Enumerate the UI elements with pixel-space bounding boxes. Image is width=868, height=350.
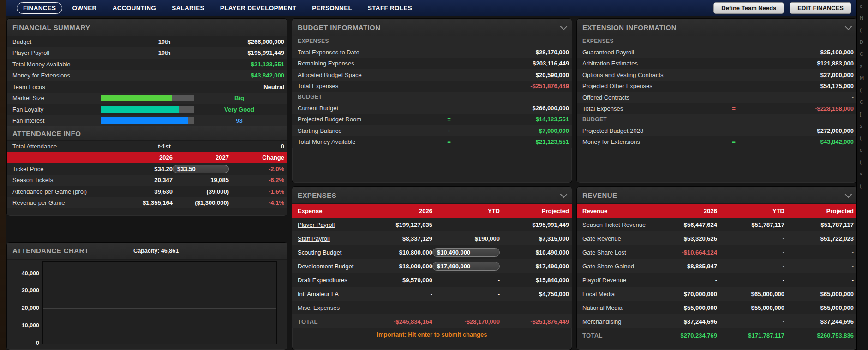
development-budget-input[interactable]: $17,490,000 bbox=[432, 262, 500, 271]
right-column: EXTENSION INFORMATION EXPENSESGuaranteed… bbox=[576, 18, 857, 350]
attendance-table-rows: Ticket Price$34.20$33.50-2.0%Season Tick… bbox=[7, 163, 287, 208]
row-value: 20,347 bbox=[118, 177, 173, 184]
define-team-needs-button[interactable]: Define Team Needs bbox=[713, 2, 784, 14]
table-row-playoff-revenue: Playoff Revenue--- bbox=[577, 273, 856, 287]
main-content: FINANCIAL SUMMARY Budget10th$266,000,000… bbox=[6, 18, 857, 350]
left-column: FINANCIAL SUMMARY Budget10th$266,000,000… bbox=[6, 18, 287, 350]
chevron-down-icon[interactable] bbox=[845, 190, 852, 198]
row-value: $25,100,000 bbox=[761, 49, 854, 56]
row-value: $10,490,000 bbox=[500, 249, 569, 256]
kv-row-remaining-expenses: Remaining Expenses$203,116,449 bbox=[292, 58, 572, 70]
row-value: $37,244,696 bbox=[648, 318, 717, 325]
row-value: -$245,834,164 bbox=[363, 318, 432, 325]
chevron-down-icon[interactable] bbox=[560, 23, 568, 30]
row-value: $21,123,551 bbox=[192, 61, 284, 68]
table-row-attendance-per-game-proj: Attendance per Game (proj)39,630(39,000)… bbox=[7, 186, 287, 197]
row-value: $203,116,449 bbox=[477, 60, 569, 67]
row-label-link[interactable]: Player Payroll bbox=[298, 221, 363, 228]
tab-player-development[interactable]: PLAYER DEVELOPMENT bbox=[214, 3, 302, 13]
row-value: $260,753,836 bbox=[784, 332, 854, 339]
row-value: -$28,170,000 bbox=[432, 318, 500, 325]
left-edge-strip bbox=[0, 0, 6, 350]
panel-title: ATTENDANCE CHART bbox=[12, 247, 89, 255]
nav-tabs: FINANCESOWNERACCOUNTINGSALARIESPLAYER DE… bbox=[17, 2, 418, 14]
kv-row-total-expenses: Total Expenses-$251,876,449 bbox=[292, 81, 572, 92]
row-label: Remaining Expenses bbox=[298, 60, 421, 67]
kv-row-fan-loyalty: Fan LoyaltyVery Good bbox=[7, 104, 287, 115]
cutoff-icon: ( bbox=[857, 24, 868, 36]
section-subheader-expenses: EXPENSES bbox=[292, 36, 572, 47]
cutoff-icon: x bbox=[857, 60, 868, 72]
scouting-budget-input[interactable]: $10,490,000 bbox=[432, 248, 500, 257]
budget-information-header: BUDGET INFORMATION bbox=[292, 19, 572, 36]
row-label: Fan Interest bbox=[12, 117, 101, 124]
bar-fill bbox=[101, 106, 179, 113]
ticket-price-input[interactable]: $33.50 bbox=[173, 165, 229, 173]
row-value: $195,991,449 bbox=[500, 221, 569, 228]
row-label: Player Payroll bbox=[12, 49, 137, 56]
tab-salaries[interactable]: SALARIES bbox=[166, 3, 210, 13]
row-value: - bbox=[717, 318, 784, 325]
row-mid: t-1st bbox=[137, 143, 192, 150]
table-row-national-media: National Media$55,000,000$55,000,000$55,… bbox=[577, 301, 856, 314]
row-label: National Media bbox=[582, 304, 648, 311]
table-row-total: TOTAL$270,234,769$171,787,117$260,753,83… bbox=[577, 328, 856, 342]
revenue-table-header: Revenue 2026 YTD Projected bbox=[577, 204, 856, 218]
chevron-down-icon[interactable] bbox=[845, 23, 852, 30]
row-label: Total Expenses to Date bbox=[298, 49, 421, 56]
row-label-link[interactable]: Staff Payroll bbox=[298, 235, 363, 242]
row-value: $55,000,000 bbox=[648, 304, 717, 311]
input-cell: $33.50 bbox=[173, 165, 229, 173]
row-label: Total Money Available bbox=[298, 138, 421, 145]
header-ytd: YTD bbox=[717, 208, 784, 214]
table-row-total: TOTAL-$245,834,164-$28,170,000-$251,876,… bbox=[292, 314, 572, 328]
tab-staff-roles[interactable]: STAFF ROLES bbox=[362, 3, 418, 13]
tab-personnel[interactable]: PERSONNEL bbox=[306, 3, 358, 13]
row-label: Projected Budget 2028 bbox=[582, 127, 706, 134]
tab-accounting[interactable]: ACCOUNTING bbox=[107, 3, 162, 13]
row-value: 93 bbox=[194, 117, 284, 124]
row-label: Arbitration Estimates bbox=[582, 60, 706, 67]
right-edge-cutoff-strip: eN(DCxM(C[s(o(<( bbox=[856, 0, 868, 350]
nav-actions: Define Team NeedsEDIT FINANCES bbox=[713, 2, 851, 14]
tab-finances[interactable]: FINANCES bbox=[17, 2, 62, 14]
kv-row-offered-contracts: Offered Contracts- bbox=[577, 92, 856, 103]
row-value: $21,123,551 bbox=[477, 138, 569, 145]
row-label: Money for Extensions bbox=[12, 72, 137, 79]
cutoff-icon: C bbox=[857, 96, 868, 108]
header-ytd: YTD bbox=[432, 208, 500, 214]
table-row-gate-share-lost: Gate Share Lost-$10,664,124-- bbox=[577, 245, 856, 259]
row-label-link[interactable]: Development Budget bbox=[298, 263, 363, 270]
attendance-chart-panel: ATTENDANCE CHART Capacity: 46,861 40,000… bbox=[6, 242, 287, 350]
table-row-local-media: Local Media$70,000,000$65,000,000$65,000… bbox=[577, 287, 856, 301]
cutoff-icon: ( bbox=[857, 180, 868, 192]
row-label-link[interactable]: Intl Amateur FA bbox=[298, 291, 363, 297]
row-value: $8,337,129 bbox=[363, 235, 432, 242]
row-mid: 10th bbox=[137, 49, 192, 56]
kv-row-total-attendance: Total Attendancet-1st0 bbox=[7, 141, 287, 152]
panel-title: ATTENDANCE INFO bbox=[12, 130, 81, 137]
row-value: - bbox=[648, 277, 717, 284]
row-value: -$251,876,449 bbox=[500, 318, 569, 325]
row-value: $65,000,000 bbox=[784, 291, 854, 297]
kv-row-allocated-budget-space: Allocated Budget Space$20,590,000 bbox=[292, 69, 572, 81]
row-label-link[interactable]: Draft Expenditures bbox=[298, 277, 363, 284]
row-label: Total Expenses bbox=[298, 83, 421, 89]
edit-finances-button[interactable]: EDIT FINANCES bbox=[790, 2, 851, 14]
row-value: $53,320,626 bbox=[648, 235, 717, 242]
row-label-link[interactable]: Scouting Budget bbox=[298, 249, 363, 256]
row-value: $65,000,000 bbox=[717, 291, 784, 297]
row-value: - bbox=[717, 235, 784, 242]
attendance-chart-header: ATTENDANCE CHART Capacity: 46,861 bbox=[7, 243, 287, 260]
fan-interest-bar bbox=[101, 117, 194, 124]
header-projected: Projected bbox=[784, 208, 854, 214]
panel-title: REVENUE bbox=[582, 191, 617, 199]
chart-gridline bbox=[43, 291, 276, 291]
tab-owner[interactable]: OWNER bbox=[66, 3, 102, 13]
panel-title: FINANCIAL SUMMARY bbox=[12, 24, 90, 31]
table-row-gate-share-gained: Gate Share Gained$8,885,947-- bbox=[577, 259, 856, 273]
chevron-down-icon[interactable] bbox=[560, 190, 568, 198]
row-value: $37,244,696 bbox=[784, 318, 854, 325]
row-value: $54,175,000 bbox=[761, 83, 854, 89]
table-row-misc-expenses: Misc. Expenses--- bbox=[292, 301, 572, 314]
